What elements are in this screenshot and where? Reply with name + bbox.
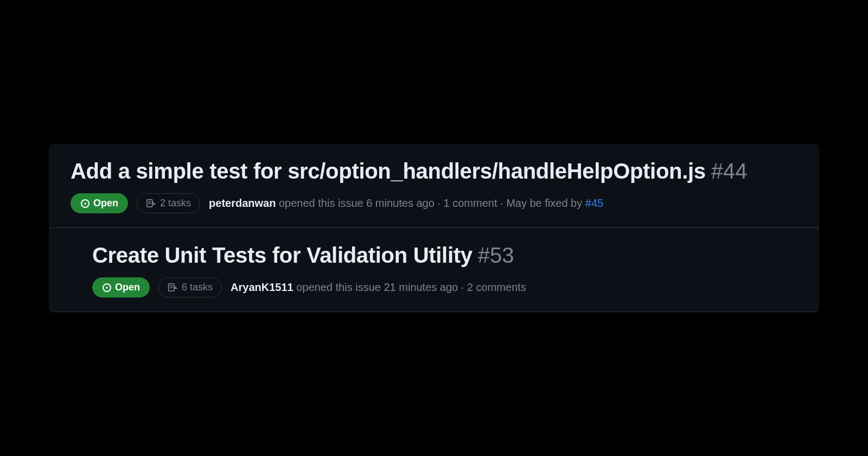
tasks-pill[interactable]: 6 tasks bbox=[158, 277, 222, 297]
separator-dot: · bbox=[461, 281, 467, 293]
issue-meta-text: AryanK1511 opened this issue 21 minutes … bbox=[231, 281, 526, 294]
tasks-count: 6 tasks bbox=[182, 282, 213, 293]
issue-meta-row: Open 2 tasks peterdanwan opened this iss… bbox=[71, 193, 797, 213]
separator-dot: · bbox=[437, 197, 443, 209]
tasks-count: 2 tasks bbox=[160, 198, 191, 209]
issue-title[interactable]: Add a simple test for src/option_handler… bbox=[71, 159, 706, 183]
author-link[interactable]: peterdanwan bbox=[209, 197, 276, 209]
comments-count: 2 comments bbox=[467, 281, 526, 293]
author-link[interactable]: AryanK1511 bbox=[231, 281, 293, 293]
tasklist-icon bbox=[168, 283, 177, 293]
issue-number: #53 bbox=[478, 243, 514, 268]
issue-title-row: Create Unit Tests for Validation Utility… bbox=[92, 243, 776, 268]
issue-meta-row: Open 6 tasks AryanK1511 opened this issu… bbox=[92, 277, 776, 297]
issues-panel: Add a simple test for src/option_handler… bbox=[49, 144, 819, 312]
issue-title[interactable]: Create Unit Tests for Validation Utility bbox=[92, 243, 473, 268]
svg-point-4 bbox=[106, 287, 108, 289]
issue-open-icon bbox=[102, 283, 112, 293]
issue-number: #44 bbox=[711, 159, 748, 183]
fixed-by-prefix: May be fixed by bbox=[506, 197, 582, 209]
fixed-by-link[interactable]: #45 bbox=[585, 197, 603, 209]
status-label: Open bbox=[115, 282, 140, 293]
issue-meta-text: peterdanwan opened this issue 6 minutes … bbox=[209, 197, 603, 210]
status-label: Open bbox=[93, 198, 118, 209]
tasklist-icon bbox=[146, 199, 156, 208]
status-open-pill[interactable]: Open bbox=[71, 193, 128, 213]
comments-count: 1 comment bbox=[444, 197, 497, 209]
issue-row: Create Unit Tests for Validation Utility… bbox=[49, 228, 819, 312]
opened-text: opened this issue 21 minutes ago bbox=[296, 281, 458, 293]
svg-point-1 bbox=[84, 202, 86, 205]
separator-dot: · bbox=[500, 197, 506, 209]
tasks-pill[interactable]: 2 tasks bbox=[137, 193, 200, 213]
issue-title-row: Add a simple test for src/option_handler… bbox=[71, 159, 797, 183]
opened-text: opened this issue 6 minutes ago bbox=[279, 197, 435, 209]
status-open-pill[interactable]: Open bbox=[92, 277, 150, 297]
issue-open-icon bbox=[80, 199, 90, 208]
issue-row: Add a simple test for src/option_handler… bbox=[49, 144, 819, 228]
